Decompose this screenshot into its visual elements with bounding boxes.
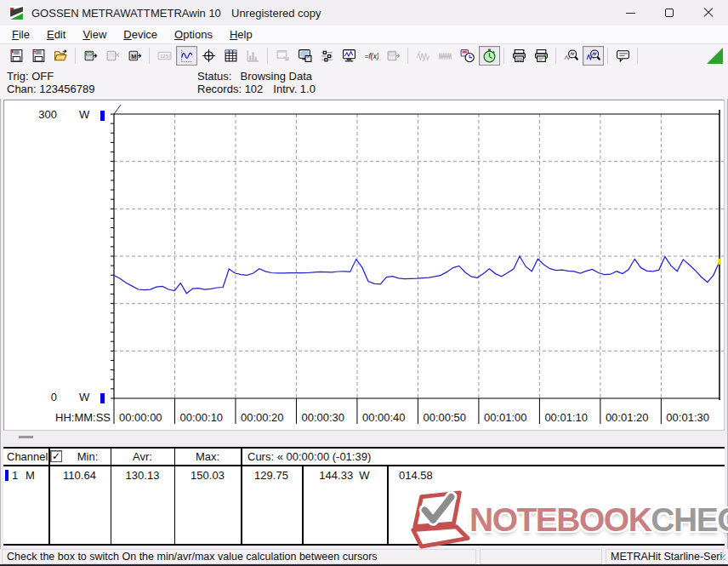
svg-text:M: M xyxy=(131,53,136,60)
channel-mode: M xyxy=(26,469,35,482)
print-icon[interactable] xyxy=(531,46,552,66)
x-tick-label: 00:01:10 xyxy=(544,411,588,424)
channel-color-marker xyxy=(5,470,9,481)
timer-start-icon[interactable] xyxy=(479,46,500,66)
app-logo-icon xyxy=(9,6,24,20)
minimize-button[interactable] xyxy=(611,0,650,26)
trigger-status: Trig: OFF xyxy=(7,70,54,83)
close-button[interactable] xyxy=(689,0,728,26)
monitor-live-icon[interactable] xyxy=(338,46,360,66)
toolbar-separator xyxy=(407,48,408,64)
wave-dense-icon xyxy=(435,46,456,66)
formula-fx-icon[interactable]: =f(x) xyxy=(361,46,382,66)
print-report-icon[interactable] xyxy=(509,46,530,66)
data-table-icon[interactable] xyxy=(220,46,242,66)
toolbar-separator xyxy=(149,48,150,64)
value-cursor1: 129.75 xyxy=(241,469,302,482)
x-tick-label: 00:00:20 xyxy=(241,411,284,424)
resize-grip[interactable] xyxy=(716,551,727,562)
x-tick-label: 00:01:30 xyxy=(666,411,709,424)
x-tick-label: 00:01:20 xyxy=(606,411,649,424)
chart-panel[interactable]: 300 W 0 W HH:MM:SS 00:00:0000:00:1000:00… xyxy=(3,100,725,431)
notebookcheck-watermark: NOTEBOOKCHECK xyxy=(405,489,726,552)
export-window-icon xyxy=(272,46,293,66)
menu-item-file[interactable]: File xyxy=(3,26,38,43)
toolbar-green-triangle-logo xyxy=(707,48,723,64)
device-memory-icon[interactable]: M xyxy=(124,46,145,66)
toolbar: M1257=f(x) xyxy=(0,44,728,67)
acquisition-info-strip: Trig: OFF Chan: 123456789 Status:Browsin… xyxy=(0,67,728,99)
y-axis-max-label: 300 xyxy=(21,108,57,121)
x-tick-label: 00:00:50 xyxy=(423,411,466,424)
menu-item-options[interactable]: Options xyxy=(166,26,221,43)
close-icon xyxy=(703,8,714,18)
watermark-text-check: CHECK xyxy=(651,501,728,539)
save-all-icon[interactable] xyxy=(28,46,49,66)
x-axis-format-label: HH:MM:SS xyxy=(55,411,111,424)
menu-item-device[interactable]: Device xyxy=(115,26,166,43)
horizontal-scroll-strip[interactable] xyxy=(3,432,725,445)
toolbar-separator xyxy=(607,48,608,64)
status-line: Status:Browsing Data xyxy=(197,70,312,83)
svg-text:=f(x): =f(x) xyxy=(364,52,378,60)
histogram-icon xyxy=(242,46,264,66)
menu-bar: FileEditViewDeviceOptionsHelp xyxy=(0,26,728,44)
monitor-save-icon[interactable] xyxy=(294,46,316,66)
device-clear-icon xyxy=(102,46,123,66)
maximize-icon xyxy=(665,9,674,17)
comment-bubble-icon[interactable] xyxy=(612,46,634,66)
maximize-button[interactable] xyxy=(650,0,689,26)
yt-chart[interactable] xyxy=(4,100,724,430)
lcd-display-icon: 1257 xyxy=(154,46,175,66)
toolbar-separator xyxy=(267,48,268,64)
device-read-icon[interactable] xyxy=(80,46,101,66)
channel-config-icon[interactable] xyxy=(316,46,338,66)
x-tick-label: 00:00:10 xyxy=(179,411,223,424)
device-panel-icon xyxy=(383,46,404,66)
title-product-name: METRAwin 10 xyxy=(151,7,231,20)
col-header-channel: Channel: xyxy=(7,450,51,463)
toolbar-separator xyxy=(555,48,556,64)
menu-item-help[interactable]: Help xyxy=(221,26,261,43)
open-file-icon[interactable] xyxy=(50,46,71,66)
col-header-cursor: Curs: « 00:00:00 (-01:39) xyxy=(247,450,371,463)
col-header-avr: Avr: xyxy=(111,450,174,463)
metrawin-window: { "window": { "title_app": "GOSSEN METRA… xyxy=(0,0,728,566)
records-line: Records: 102Intrv. 1.0 xyxy=(197,83,316,95)
channel-number: 1 xyxy=(12,469,18,482)
value-difference: 014.58 xyxy=(399,469,433,482)
zoom-mode-icon[interactable] xyxy=(560,46,582,66)
clock-device-icon[interactable] xyxy=(457,46,478,66)
toolbar-separator xyxy=(637,48,638,64)
wave-markers-icon xyxy=(412,46,434,66)
yt-chart-icon[interactable] xyxy=(176,46,197,66)
toolbar-separator xyxy=(75,48,76,64)
save-icon[interactable] xyxy=(6,46,27,66)
scrollbar-thumb[interactable] xyxy=(19,436,33,438)
y-axis-unit-bottom: W xyxy=(79,391,89,403)
y-axis-min-label: 0 xyxy=(21,391,57,403)
toolbar-separator xyxy=(503,48,504,64)
xy-crosshair-icon[interactable] xyxy=(198,46,219,66)
value-avr: 130.13 xyxy=(111,469,174,482)
x-tick-label: 00:00:40 xyxy=(362,411,406,424)
watermark-text-notebook: NOTEBOOK xyxy=(469,501,651,539)
x-tick-label: 00:00:30 xyxy=(301,411,344,424)
x-tick-label: 00:00:00 xyxy=(119,411,162,424)
col-header-max: Max: xyxy=(174,450,241,463)
title-bar: GOSSEN METRAWATT METRAwin 10 Unregistere… xyxy=(0,0,728,26)
value-cursor2: 144.33 W xyxy=(302,469,387,482)
channel-list: Chan: 123456789 xyxy=(7,83,94,95)
svg-text:1257: 1257 xyxy=(160,54,171,59)
value-min: 110.64 xyxy=(48,469,111,482)
minmax-between-cursors-checkbox[interactable]: ✓ xyxy=(50,450,62,462)
notebookcheck-laptop-icon xyxy=(405,489,475,552)
menu-item-view[interactable]: View xyxy=(74,26,115,43)
y-axis-unit-top: W xyxy=(79,108,89,121)
value-max: 150.03 xyxy=(174,469,241,482)
zoom-wave-icon[interactable] xyxy=(583,46,604,66)
minimize-icon xyxy=(626,13,635,14)
col-header-min: Min: xyxy=(65,450,111,463)
title-license-text: Unregistered copy xyxy=(231,7,401,20)
menu-item-edit[interactable]: Edit xyxy=(38,26,74,43)
